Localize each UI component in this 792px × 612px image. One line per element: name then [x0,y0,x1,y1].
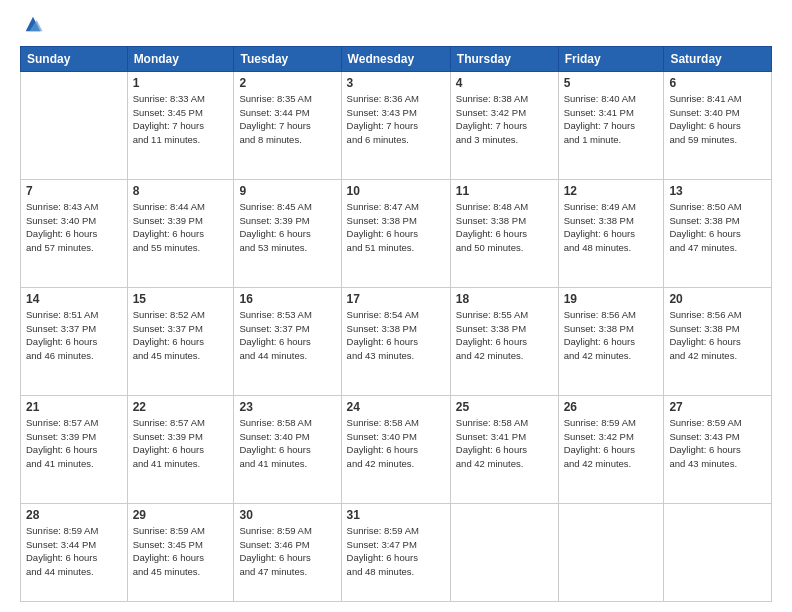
calendar-cell: 17Sunrise: 8:54 AM Sunset: 3:38 PM Dayli… [341,287,450,395]
day-info: Sunrise: 8:45 AM Sunset: 3:39 PM Dayligh… [239,200,335,255]
day-number: 27 [669,400,766,414]
day-info: Sunrise: 8:59 AM Sunset: 3:47 PM Dayligh… [347,524,445,579]
day-number: 11 [456,184,553,198]
day-info: Sunrise: 8:47 AM Sunset: 3:38 PM Dayligh… [347,200,445,255]
day-info: Sunrise: 8:57 AM Sunset: 3:39 PM Dayligh… [133,416,229,471]
calendar-cell: 19Sunrise: 8:56 AM Sunset: 3:38 PM Dayli… [558,287,664,395]
calendar-cell: 20Sunrise: 8:56 AM Sunset: 3:38 PM Dayli… [664,287,772,395]
calendar-cell: 22Sunrise: 8:57 AM Sunset: 3:39 PM Dayli… [127,395,234,503]
day-number: 13 [669,184,766,198]
logo-icon [22,13,44,35]
day-info: Sunrise: 8:56 AM Sunset: 3:38 PM Dayligh… [669,308,766,363]
col-header-tuesday: Tuesday [234,46,341,71]
calendar-cell: 28Sunrise: 8:59 AM Sunset: 3:44 PM Dayli… [21,503,128,601]
col-header-saturday: Saturday [664,46,772,71]
day-info: Sunrise: 8:58 AM Sunset: 3:40 PM Dayligh… [239,416,335,471]
day-number: 3 [347,76,445,90]
day-number: 19 [564,292,659,306]
col-header-thursday: Thursday [450,46,558,71]
calendar-cell: 12Sunrise: 8:49 AM Sunset: 3:38 PM Dayli… [558,179,664,287]
calendar-cell: 3Sunrise: 8:36 AM Sunset: 3:43 PM Daylig… [341,71,450,179]
col-header-wednesday: Wednesday [341,46,450,71]
day-number: 5 [564,76,659,90]
calendar-cell: 1Sunrise: 8:33 AM Sunset: 3:45 PM Daylig… [127,71,234,179]
calendar-cell: 9Sunrise: 8:45 AM Sunset: 3:39 PM Daylig… [234,179,341,287]
day-info: Sunrise: 8:35 AM Sunset: 3:44 PM Dayligh… [239,92,335,147]
day-info: Sunrise: 8:59 AM Sunset: 3:42 PM Dayligh… [564,416,659,471]
calendar-cell: 26Sunrise: 8:59 AM Sunset: 3:42 PM Dayli… [558,395,664,503]
calendar-cell: 27Sunrise: 8:59 AM Sunset: 3:43 PM Dayli… [664,395,772,503]
day-info: Sunrise: 8:58 AM Sunset: 3:40 PM Dayligh… [347,416,445,471]
calendar-week-row: 21Sunrise: 8:57 AM Sunset: 3:39 PM Dayli… [21,395,772,503]
day-info: Sunrise: 8:50 AM Sunset: 3:38 PM Dayligh… [669,200,766,255]
calendar-cell: 31Sunrise: 8:59 AM Sunset: 3:47 PM Dayli… [341,503,450,601]
calendar-cell: 16Sunrise: 8:53 AM Sunset: 3:37 PM Dayli… [234,287,341,395]
header [20,18,772,38]
day-info: Sunrise: 8:52 AM Sunset: 3:37 PM Dayligh… [133,308,229,363]
day-number: 22 [133,400,229,414]
day-number: 26 [564,400,659,414]
calendar-cell: 11Sunrise: 8:48 AM Sunset: 3:38 PM Dayli… [450,179,558,287]
calendar-week-row: 1Sunrise: 8:33 AM Sunset: 3:45 PM Daylig… [21,71,772,179]
calendar-cell: 23Sunrise: 8:58 AM Sunset: 3:40 PM Dayli… [234,395,341,503]
calendar-cell: 5Sunrise: 8:40 AM Sunset: 3:41 PM Daylig… [558,71,664,179]
calendar-cell: 10Sunrise: 8:47 AM Sunset: 3:38 PM Dayli… [341,179,450,287]
day-info: Sunrise: 8:33 AM Sunset: 3:45 PM Dayligh… [133,92,229,147]
calendar-cell: 13Sunrise: 8:50 AM Sunset: 3:38 PM Dayli… [664,179,772,287]
page: SundayMondayTuesdayWednesdayThursdayFrid… [0,0,792,612]
calendar-week-row: 14Sunrise: 8:51 AM Sunset: 3:37 PM Dayli… [21,287,772,395]
day-number: 17 [347,292,445,306]
day-number: 8 [133,184,229,198]
day-info: Sunrise: 8:59 AM Sunset: 3:43 PM Dayligh… [669,416,766,471]
day-info: Sunrise: 8:40 AM Sunset: 3:41 PM Dayligh… [564,92,659,147]
day-number: 1 [133,76,229,90]
calendar-cell: 21Sunrise: 8:57 AM Sunset: 3:39 PM Dayli… [21,395,128,503]
calendar-cell [664,503,772,601]
day-info: Sunrise: 8:54 AM Sunset: 3:38 PM Dayligh… [347,308,445,363]
calendar-cell: 4Sunrise: 8:38 AM Sunset: 3:42 PM Daylig… [450,71,558,179]
calendar-cell: 8Sunrise: 8:44 AM Sunset: 3:39 PM Daylig… [127,179,234,287]
day-number: 30 [239,508,335,522]
calendar-cell [558,503,664,601]
calendar-cell: 2Sunrise: 8:35 AM Sunset: 3:44 PM Daylig… [234,71,341,179]
day-info: Sunrise: 8:53 AM Sunset: 3:37 PM Dayligh… [239,308,335,363]
day-info: Sunrise: 8:55 AM Sunset: 3:38 PM Dayligh… [456,308,553,363]
calendar-header-row: SundayMondayTuesdayWednesdayThursdayFrid… [21,46,772,71]
day-number: 10 [347,184,445,198]
day-number: 31 [347,508,445,522]
day-info: Sunrise: 8:41 AM Sunset: 3:40 PM Dayligh… [669,92,766,147]
day-number: 2 [239,76,335,90]
calendar-cell: 29Sunrise: 8:59 AM Sunset: 3:45 PM Dayli… [127,503,234,601]
day-number: 15 [133,292,229,306]
day-info: Sunrise: 8:58 AM Sunset: 3:41 PM Dayligh… [456,416,553,471]
day-number: 29 [133,508,229,522]
day-number: 18 [456,292,553,306]
day-info: Sunrise: 8:38 AM Sunset: 3:42 PM Dayligh… [456,92,553,147]
day-info: Sunrise: 8:57 AM Sunset: 3:39 PM Dayligh… [26,416,122,471]
day-number: 9 [239,184,335,198]
day-info: Sunrise: 8:59 AM Sunset: 3:46 PM Dayligh… [239,524,335,579]
day-number: 6 [669,76,766,90]
day-info: Sunrise: 8:49 AM Sunset: 3:38 PM Dayligh… [564,200,659,255]
calendar-cell: 30Sunrise: 8:59 AM Sunset: 3:46 PM Dayli… [234,503,341,601]
calendar-cell: 14Sunrise: 8:51 AM Sunset: 3:37 PM Dayli… [21,287,128,395]
day-number: 14 [26,292,122,306]
day-info: Sunrise: 8:51 AM Sunset: 3:37 PM Dayligh… [26,308,122,363]
calendar-week-row: 7Sunrise: 8:43 AM Sunset: 3:40 PM Daylig… [21,179,772,287]
calendar-cell: 25Sunrise: 8:58 AM Sunset: 3:41 PM Dayli… [450,395,558,503]
day-number: 12 [564,184,659,198]
calendar-cell: 18Sunrise: 8:55 AM Sunset: 3:38 PM Dayli… [450,287,558,395]
calendar-cell: 15Sunrise: 8:52 AM Sunset: 3:37 PM Dayli… [127,287,234,395]
calendar-cell: 24Sunrise: 8:58 AM Sunset: 3:40 PM Dayli… [341,395,450,503]
col-header-monday: Monday [127,46,234,71]
day-number: 20 [669,292,766,306]
calendar-cell [450,503,558,601]
day-number: 24 [347,400,445,414]
day-number: 25 [456,400,553,414]
col-header-sunday: Sunday [21,46,128,71]
day-number: 4 [456,76,553,90]
day-info: Sunrise: 8:56 AM Sunset: 3:38 PM Dayligh… [564,308,659,363]
day-number: 23 [239,400,335,414]
day-info: Sunrise: 8:36 AM Sunset: 3:43 PM Dayligh… [347,92,445,147]
calendar-cell: 6Sunrise: 8:41 AM Sunset: 3:40 PM Daylig… [664,71,772,179]
